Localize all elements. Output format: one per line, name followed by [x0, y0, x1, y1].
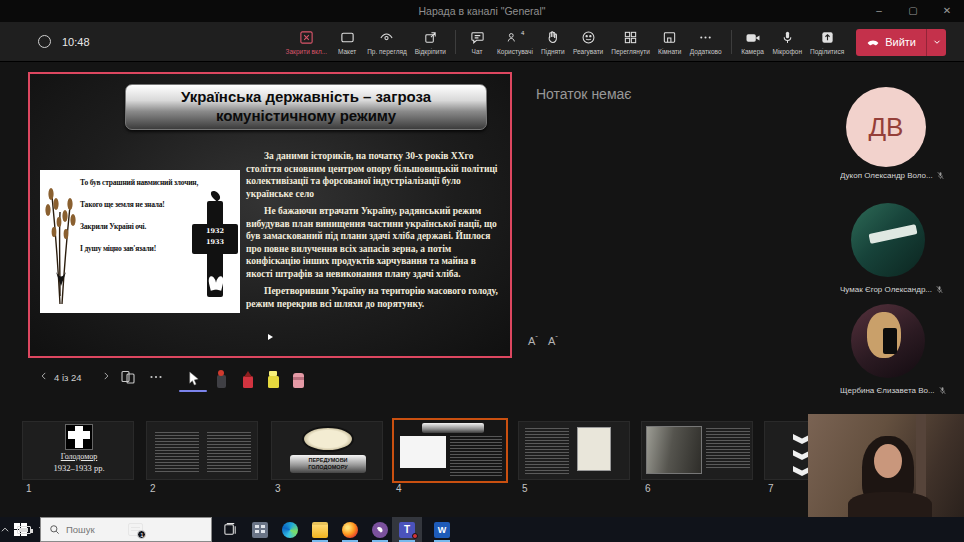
stop-presenting-icon [298, 29, 315, 46]
caret-up-icon: ˆ [535, 334, 538, 343]
slide-paragraph: Перетворивши Україну на територію масово… [246, 285, 504, 310]
chat-icon [469, 29, 486, 46]
candle-flame-icon [209, 189, 222, 202]
participant-avatar[interactable] [851, 304, 925, 378]
grid-view-icon [622, 29, 639, 46]
toolbar-divider [455, 30, 456, 54]
participants-button[interactable]: 4 Користувачі [493, 24, 537, 60]
breakout-rooms-button[interactable]: Кімнати [654, 24, 686, 60]
memorial-candle-cross: 1932 1933 [188, 190, 240, 308]
thumbnail-number: 5 [522, 483, 528, 494]
eye-icon [378, 29, 395, 46]
participant-row: Дукоп Олександр Воло... [840, 171, 948, 180]
window-title: Нарада в каналі "General" [0, 0, 964, 22]
slide-paragraph: За даними істориків, на початку 30-х рок… [246, 150, 504, 200]
react-button[interactable]: Реагувати [569, 24, 607, 60]
participant-row: Чумак Єгор Олександр... [840, 285, 948, 294]
layout-icon [339, 29, 356, 46]
slide-thumbnail-3[interactable]: ПЕРЕДУМОВИ ГОЛОДОМОРУ [271, 421, 383, 480]
people-icon: 4 [506, 29, 523, 46]
eraser-icon [293, 373, 304, 388]
decrease-font-button[interactable]: Aˇ [548, 335, 558, 347]
shared-presentation-slide[interactable]: Українська державність – загроза комуніс… [28, 72, 512, 358]
slide-thumbnail-5[interactable] [518, 421, 630, 480]
search-icon [49, 524, 60, 535]
participant-row: Щербина Єлизавета Во... [840, 386, 948, 395]
toolbar-divider [731, 30, 732, 54]
leave-button[interactable]: Вийти [856, 29, 946, 56]
firefox-app-icon[interactable] [336, 517, 364, 542]
laser-pointer-tool-button[interactable] [210, 368, 232, 388]
meeting-toolbar: 10:48 Закрити вкл... Макет Пр. перегляд [0, 22, 964, 62]
thumbnail-number: 1 [26, 483, 32, 494]
leave-options-caret[interactable] [926, 29, 946, 56]
slide-title-banner: Українська державність – загроза комуніс… [125, 84, 487, 130]
slide-thumbnail-6[interactable] [641, 421, 753, 480]
presenter-view-button[interactable]: Пр. перегляд [363, 24, 411, 60]
next-slide-button[interactable] [98, 370, 114, 386]
thumbnail-number: 3 [275, 483, 281, 494]
slide-position-indicator: 4 із 24 [54, 372, 82, 383]
edge-app-icon[interactable] [276, 517, 304, 542]
battery-icon[interactable] [17, 526, 31, 534]
task-view-button[interactable] [216, 517, 244, 542]
presenter-pointer-cursor [268, 334, 273, 340]
camera-icon [744, 29, 761, 46]
search-input[interactable] [66, 524, 186, 535]
layout-button[interactable]: Макет [331, 24, 363, 60]
previous-slide-button[interactable] [36, 370, 52, 386]
teams-meeting-window: Нарада в каналі "General" – ▢ ✕ 10:48 За… [0, 0, 964, 542]
camera-button[interactable]: Камера [737, 24, 769, 60]
presenter-more-button[interactable] [148, 369, 164, 389]
memorial-year-bottom: 1933 [198, 238, 232, 246]
more-options-button[interactable]: Додатково [686, 24, 726, 60]
pen-tool-button[interactable] [237, 368, 259, 388]
memorial-year-top: 1932 [198, 227, 232, 235]
highlighter-tool-button[interactable] [262, 368, 284, 388]
thumbnail-number: 2 [150, 483, 156, 494]
word-app-icon[interactable]: W [428, 517, 456, 542]
eraser-tool-button[interactable] [287, 368, 309, 388]
slide-thumbnail-4-selected[interactable] [392, 418, 508, 483]
leave-button-label: Вийти [885, 36, 916, 48]
file-explorer-app-icon[interactable] [306, 517, 334, 542]
participant-avatar[interactable] [851, 203, 925, 277]
microphone-button[interactable]: Мікрофон [769, 24, 807, 60]
poem-line: То був страшний навмисний злочин, [80, 178, 218, 187]
taskbar-search[interactable] [40, 517, 212, 542]
wheat-illustration [42, 176, 78, 306]
view-button[interactable]: Переглянути [607, 24, 654, 60]
caret-down-icon: ˇ [555, 334, 558, 343]
action-center-icon[interactable]: 1 [128, 523, 143, 536]
selected-tool-indicator [179, 390, 207, 392]
stop-presenting-button[interactable]: Закрити вкл... [282, 24, 332, 60]
notes-empty-label: Нотаток немає [536, 86, 631, 102]
thumbnail-number: 6 [645, 483, 651, 494]
slide-paragraph: Не бажаючи втрачати Україну, радянський … [246, 205, 504, 280]
increase-font-button[interactable]: Aˆ [528, 335, 538, 347]
maximize-button[interactable]: ▢ [896, 0, 930, 22]
slide-thumbnail-1[interactable]: Голодомор 1932–1933 рр. [22, 421, 134, 480]
chat-button[interactable]: Чат [461, 24, 493, 60]
smiley-icon [580, 29, 597, 46]
timer-icon [38, 35, 51, 48]
pointer-tool-button[interactable] [182, 368, 204, 388]
mic-muted-icon [938, 386, 947, 395]
window-titlebar: Нарада в каналі "General" – ▢ ✕ [0, 0, 964, 22]
participant-avatar[interactable]: ДВ [846, 87, 926, 167]
slide-thumbnail-2[interactable] [146, 421, 258, 480]
raise-hand-button[interactable]: Підняти [537, 24, 569, 60]
minimize-button[interactable]: – [862, 0, 896, 22]
windows-taskbar: T W УКР 9:51 24.11.2023 1 [0, 517, 964, 542]
teams-busy-presence-dot [412, 533, 418, 539]
slide-body-text: За даними істориків, на початку 30-х рок… [246, 150, 504, 315]
self-video-tile[interactable] [808, 414, 964, 517]
calculator-app-icon[interactable] [246, 517, 274, 542]
thumbnail-strip-toggle-button[interactable] [120, 369, 136, 389]
close-button[interactable]: ✕ [930, 0, 964, 22]
unpin-button[interactable]: Відкріпити [411, 24, 450, 60]
viber-app-icon[interactable] [366, 517, 394, 542]
share-button[interactable]: Поділитися [806, 24, 848, 60]
teams-app-icon-active[interactable]: T [392, 517, 422, 542]
avatar-initials: ДВ [869, 112, 904, 143]
